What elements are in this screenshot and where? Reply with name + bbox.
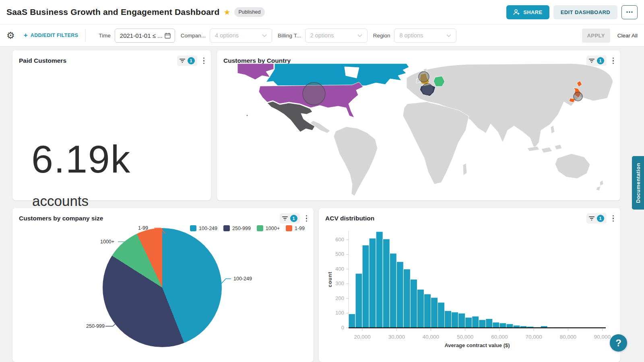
- chevron-down-icon: [357, 34, 362, 37]
- settings-gear-icon[interactable]: ⚙: [6, 31, 15, 40]
- time-filter-label: Time: [99, 33, 111, 39]
- widget-filter-chip[interactable]: 1: [586, 213, 607, 224]
- bubble-usa: [303, 82, 325, 105]
- legend-label: 1-99: [295, 226, 305, 231]
- svg-text:100: 100: [335, 310, 344, 316]
- indicator-value: 6.19k: [31, 137, 131, 182]
- chevron-down-icon: [446, 34, 451, 37]
- edit-dashboard-button[interactable]: EDIT DASHBOARD: [553, 5, 617, 19]
- bubble-japan: [574, 92, 582, 101]
- legend-label: 250-999: [232, 226, 251, 231]
- pie-chart[interactable]: [103, 228, 222, 347]
- acv-histogram[interactable]: 010020030040050060020,00030,00040,00050,…: [322, 225, 617, 360]
- customers-by-country-card: Customers by Country 1: [217, 50, 620, 200]
- dashboard-header: SaaS Business Growth and Engagement Dash…: [0, 0, 644, 25]
- svg-text:50,000: 50,000: [457, 334, 473, 340]
- filter-funnel-icon: [589, 58, 594, 63]
- country-alaska[interactable]: [237, 64, 274, 80]
- landmass-africa: [403, 102, 469, 184]
- more-options-button[interactable]: [621, 5, 638, 19]
- filter-funnel-icon: [589, 216, 594, 221]
- region-filter-label: Region: [373, 33, 390, 39]
- add-edit-filters-button[interactable]: + ADD/EDIT FILTERS: [24, 31, 78, 39]
- svg-text:count: count: [327, 272, 333, 287]
- widget-menu-kebab[interactable]: [202, 57, 206, 65]
- plus-icon: +: [24, 31, 28, 39]
- svg-text:90,000: 90,000: [594, 334, 611, 340]
- filter-count-badge: 1: [597, 215, 604, 222]
- apply-button[interactable]: APPLY: [582, 29, 610, 43]
- world-map[interactable]: [217, 64, 620, 200]
- acv-distribution-card: ACV distribution 1 010020030040050060020…: [319, 208, 620, 362]
- svg-text:Average contract value ($): Average contract value ($): [444, 342, 510, 348]
- landmass-south-america: [334, 127, 378, 196]
- country-canada[interactable]: [266, 64, 409, 86]
- country-australia: [555, 154, 590, 179]
- company-filter-select[interactable]: 4 options: [210, 29, 272, 43]
- pie-callout-label: 1000+: [100, 239, 114, 245]
- widget-menu-kebab[interactable]: [305, 214, 308, 223]
- legend-label: 100-249: [199, 226, 217, 231]
- svg-text:30,000: 30,000: [388, 334, 405, 340]
- island-new-zealand: [596, 180, 603, 191]
- billing-filter-select[interactable]: 2 options: [305, 29, 367, 43]
- svg-text:600: 600: [335, 237, 344, 243]
- clear-all-button[interactable]: Clear All: [617, 33, 638, 39]
- share-label: SHARE: [523, 9, 543, 15]
- island-madagascar: [463, 163, 467, 175]
- islands-indonesia: [527, 144, 562, 153]
- island-hawaii: [246, 115, 248, 116]
- indicator-unit: accounts: [32, 193, 89, 209]
- filter-count-badge: 1: [290, 215, 297, 222]
- company-filter-label: Compan...: [181, 33, 206, 39]
- legend-label: 1000+: [266, 226, 280, 231]
- paid-customers-card: Paid Customers 1 6.19k accounts: [12, 50, 211, 200]
- time-filter-input[interactable]: 2021-01-01 ≤ ...: [115, 29, 175, 43]
- chevron-down-icon: [262, 34, 267, 37]
- svg-text:500: 500: [335, 251, 344, 257]
- filter-count-badge: 1: [188, 57, 195, 64]
- share-button[interactable]: SHARE: [506, 5, 549, 19]
- ellipsis-icon: [626, 11, 633, 13]
- island-philippines: [551, 125, 555, 134]
- legend-swatch: [190, 225, 196, 231]
- customers-by-company-size-card: Customers by company size 1 100-249 250-…: [12, 208, 314, 362]
- region-filter-select[interactable]: 8 options: [394, 29, 456, 43]
- documentation-tab[interactable]: Documentation: [632, 156, 644, 210]
- card-title: ACV distribution: [325, 215, 374, 222]
- share-person-icon: [513, 9, 520, 15]
- svg-text:20,000: 20,000: [354, 334, 370, 340]
- svg-text:80,000: 80,000: [560, 334, 576, 340]
- bubble-uk: [419, 72, 429, 82]
- question-mark-icon: ?: [615, 337, 621, 349]
- card-title: Customers by company size: [19, 215, 103, 222]
- widget-filter-chip[interactable]: 1: [280, 213, 300, 224]
- billing-filter-label: Billing T...: [278, 33, 301, 39]
- calendar-icon: [165, 33, 171, 39]
- legend-swatch: [223, 225, 230, 231]
- divider: [85, 29, 86, 41]
- legend-swatch: [257, 225, 263, 231]
- pie-legend: 100-249 250-999 1000+ 1-99: [190, 225, 305, 231]
- pie-callout-label: 100-249: [233, 276, 252, 282]
- svg-text:400: 400: [335, 266, 344, 272]
- favorite-star-icon[interactable]: ★: [223, 8, 230, 17]
- filter-funnel-icon: [282, 216, 288, 221]
- widget-menu-kebab[interactable]: [612, 214, 615, 223]
- svg-text:200: 200: [335, 295, 344, 301]
- legend-swatch: [286, 225, 292, 231]
- card-title: Paid Customers: [19, 57, 66, 64]
- svg-text:300: 300: [335, 280, 344, 286]
- page-title: SaaS Business Growth and Engagement Dash…: [6, 7, 219, 17]
- filter-bar: ⚙ + ADD/EDIT FILTERS Time 2021-01-01 ≤ .…: [0, 25, 644, 47]
- bubble-france: [422, 84, 433, 95]
- svg-text:60,000: 60,000: [491, 334, 508, 340]
- svg-text:40,000: 40,000: [423, 334, 439, 340]
- filter-funnel-icon: [180, 58, 185, 63]
- help-button[interactable]: ?: [610, 334, 627, 352]
- svg-text:70,000: 70,000: [525, 334, 542, 340]
- svg-text:0: 0: [341, 325, 344, 331]
- pie-callout-label: 1-99: [138, 225, 148, 231]
- pie-callout-label: 250-999: [86, 323, 105, 329]
- widget-filter-chip[interactable]: 1: [177, 56, 197, 66]
